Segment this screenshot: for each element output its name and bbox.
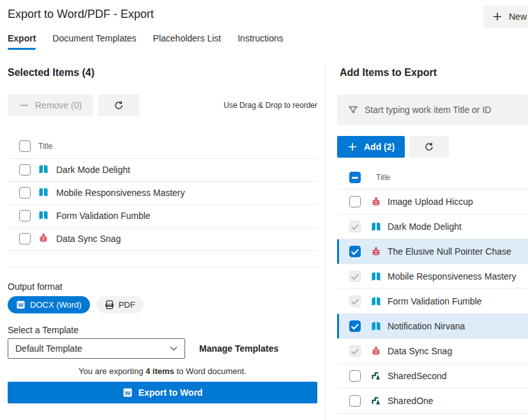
panel-divider (325, 64, 326, 420)
word-doc-icon (123, 387, 133, 398)
tab-placeholders-list[interactable]: Placeholders List (153, 33, 222, 50)
add-items-panel: Add Items to Export Add (2) Title Image … (337, 67, 528, 414)
row-checkbox[interactable] (19, 164, 31, 176)
refresh-icon (114, 100, 124, 110)
export-count: 4 items (146, 366, 174, 376)
row-checkbox (349, 296, 361, 307)
selected-items-table: Title Dark Mode Delight Mobile Responsiv… (8, 134, 317, 251)
work-item-title: Dark Mode Delight (56, 158, 317, 181)
refresh-available-button[interactable] (409, 136, 449, 158)
work-item-title: SharedSecond (388, 371, 447, 381)
remove-button[interactable]: Remove (0) (8, 94, 93, 116)
pdf-format-pill[interactable]: PDF (96, 296, 144, 313)
row-checkbox[interactable] (349, 320, 361, 332)
work-item-title: Form Validation Fumble (56, 204, 317, 227)
pdf-doc-icon (105, 300, 114, 310)
table-row[interactable]: SharedOne (337, 389, 528, 414)
work-item-title: Dark Mode Delight (388, 221, 462, 232)
drag-drop-hint: Use Drag & Drop to reorder (223, 101, 317, 110)
title-column-header: Title (376, 173, 390, 182)
table-row[interactable]: Dark Mode Delight (8, 158, 317, 181)
bug-icon (38, 233, 49, 243)
work-item-title: Mobile Responsiveness Mastery (56, 181, 317, 204)
available-items-table-header: Title (337, 165, 528, 190)
table-row[interactable]: The Elusive Null Pointer Chase (337, 239, 528, 264)
row-checkbox[interactable] (349, 370, 361, 382)
work-item-title: Data Sync Snag (388, 346, 452, 356)
word-doc-icon (16, 300, 26, 310)
refresh-selected-button[interactable] (98, 94, 139, 116)
pdf-pill-label: PDF (119, 300, 135, 310)
work-item-title: Image Upload Hiccup (388, 197, 473, 207)
add-items-toolbar: Add (2) (337, 136, 528, 158)
selected-items-table-header: Title (8, 134, 317, 158)
tab-export[interactable]: Export (8, 33, 36, 50)
user-story-icon (38, 164, 49, 174)
select-template-label: Select a Template (8, 325, 317, 336)
docx-format-pill[interactable]: DOCX (Word) (8, 296, 90, 313)
table-row[interactable]: Mobile Responsiveness Mastery (8, 181, 317, 204)
tab-document-templates[interactable]: Document Templates (52, 33, 136, 50)
row-checkbox[interactable] (19, 210, 31, 221)
row-checkbox[interactable] (19, 187, 31, 199)
select-all-checkbox[interactable] (19, 140, 31, 152)
add-button-label: Add (2) (364, 142, 395, 152)
add-button[interactable]: Add (2) (337, 136, 405, 158)
template-select[interactable]: Default Template (8, 338, 185, 359)
minus-icon (19, 100, 29, 110)
table-row[interactable]: Data Sync Snag (337, 339, 528, 364)
template-row: Default Template Manage Templates (8, 338, 317, 359)
select-all-checkbox[interactable] (349, 172, 361, 183)
tab-bar: Export Document Templates Placeholders L… (8, 33, 283, 50)
selected-items-heading: Selected Items (4) (8, 67, 317, 82)
work-item-title: Notification Nirvana (388, 321, 465, 331)
work-item-title: SharedOne (388, 396, 434, 406)
shared-steps-icon (371, 396, 381, 406)
row-checkbox[interactable] (349, 246, 361, 257)
output-format-label: Output format (8, 281, 317, 293)
table-row[interactable]: Image Upload Hiccup (337, 190, 528, 214)
table-row[interactable]: Data Sync Snag (8, 227, 317, 250)
new-button[interactable]: New (483, 5, 528, 28)
manage-templates-link[interactable]: Manage Templates (199, 343, 278, 354)
title-bar: Export to Word/PDF - Export New (8, 6, 528, 29)
row-checkbox[interactable] (19, 233, 31, 244)
table-row[interactable]: Dark Mode Delight (337, 214, 528, 239)
table-row[interactable]: SharedSecond (337, 364, 528, 389)
search-input[interactable] (365, 105, 511, 115)
selected-items-toolbar: Remove (0) Use Drag & Drop to reorder (8, 94, 317, 116)
bug-icon (371, 346, 381, 356)
table-row[interactable]: Form Validation Fumble (8, 204, 317, 227)
work-item-title: Form Validation Fumble (388, 296, 482, 306)
table-row[interactable]: Notification Nirvana (337, 314, 528, 339)
table-row[interactable]: Mobile Responsiveness Mastery (337, 264, 528, 289)
new-button-label: New (509, 11, 527, 22)
available-items-table: Title Image Upload Hiccup Dark Mode Deli… (337, 165, 528, 414)
work-item-title: The Elusive Null Pointer Chase (388, 246, 511, 257)
bug-icon (371, 246, 381, 257)
row-checkbox[interactable] (349, 196, 361, 207)
shared-steps-icon (371, 371, 381, 381)
row-checkbox[interactable] (349, 395, 361, 407)
export-button-label: Export to Word (139, 387, 203, 398)
template-select-value: Default Template (15, 343, 82, 354)
plus-icon (492, 11, 502, 22)
user-story-icon (371, 296, 381, 306)
export-to-word-button[interactable]: Export to Word (8, 382, 317, 403)
user-story-icon (371, 221, 381, 232)
tab-instructions[interactable]: Instructions (238, 33, 283, 50)
selected-items-panel: Selected Items (4) Remove (0) Use Drag &… (8, 67, 317, 403)
refresh-icon (424, 142, 434, 152)
plus-icon (347, 142, 358, 152)
filter-icon (348, 105, 358, 115)
title-column-header: Title (38, 134, 317, 158)
work-item-title: Mobile Responsiveness Mastery (388, 271, 517, 281)
output-format-choices: DOCX (Word) PDF (8, 296, 317, 313)
table-row[interactable]: Form Validation Fumble (337, 289, 528, 314)
docx-pill-label: DOCX (Word) (30, 300, 82, 310)
table-bottom-border (8, 251, 317, 267)
bug-icon (371, 197, 381, 207)
page-title: Export to Word/PDF - Export (8, 6, 528, 22)
work-item-title: Data Sync Snag (56, 227, 317, 250)
row-checkbox (349, 345, 361, 357)
